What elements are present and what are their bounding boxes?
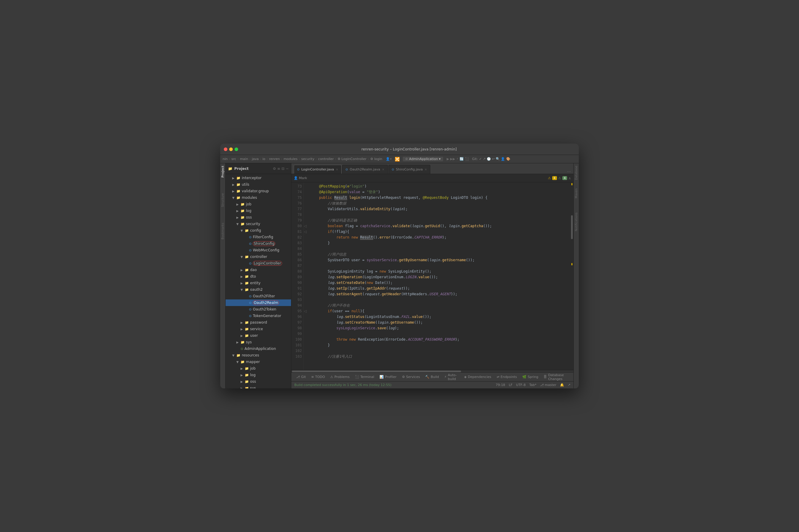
tree-oauth2realm[interactable]: ▶ ⊙ Oauth2Realm — [225, 300, 291, 306]
tree-dao[interactable]: ▶ 📁 dao — [225, 267, 291, 273]
git-branch[interactable]: ⎇ master — [540, 383, 556, 387]
info-count[interactable]: 4 — [562, 176, 567, 180]
tree-resources[interactable]: ▼ 📁 resources — [225, 352, 291, 359]
bottom-tab-build[interactable]: 🔨 Build — [423, 373, 441, 381]
breadcrumb-item[interactable]: ⚙ login — [370, 157, 382, 161]
tree-log[interactable]: ▶ 📁 log — [225, 208, 291, 214]
main-area: Project Structure Bookmarks 📁 Project ⚙ … — [220, 163, 579, 388]
bottom-tab-todo[interactable]: ≡ TODO — [309, 373, 327, 381]
code-editor[interactable]: @PostMapping(⚙"login") @ApiOperation(val… — [308, 183, 570, 370]
tree-adminapp[interactable]: ▶ ⊙ AdminApplication — [225, 345, 291, 352]
tree-job[interactable]: ▶ 📁 job — [225, 201, 291, 208]
bottom-tab-profiler[interactable]: 📊 Profiler — [377, 373, 399, 381]
tree-filterconfig[interactable]: ▶ ⊙ FilterConfig — [225, 234, 291, 240]
bookmark-icon: 👤 Mark — [294, 176, 307, 180]
close-tab-icon[interactable]: × — [336, 168, 338, 171]
notifications-tab[interactable]: Notifications — [575, 212, 578, 231]
bottom-tab-dbchanges[interactable]: 🗄 Database Changes — [541, 373, 571, 381]
bottom-tab-services[interactable]: ⚙ Services — [399, 373, 422, 381]
tree-utils[interactable]: ▶ 📁 utils — [225, 181, 291, 188]
tree-mapper-log[interactable]: ▶ 📁 log — [225, 372, 291, 378]
tree-tokengenerator[interactable]: ▶ ⊙ TokenGenerator — [225, 312, 291, 319]
more-tabs-icon[interactable]: ⋯ — [567, 169, 571, 174]
tab-shiroconfig[interactable]: ⊙ ShiroConfig.java × — [388, 165, 431, 174]
breadcrumb-item[interactable]: modules — [284, 157, 297, 161]
tree-security[interactable]: ▼ 📁 security — [225, 221, 291, 227]
tree-interceptor[interactable]: ▶ 📁 interceptor — [225, 175, 291, 181]
breadcrumb-item[interactable]: src — [231, 157, 236, 161]
database-tab[interactable]: Database — [575, 166, 578, 180]
breadcrumb-item[interactable]: controller — [318, 157, 334, 161]
vertical-scrollbar[interactable] — [570, 183, 574, 370]
scrollbar-thumb[interactable] — [571, 215, 573, 239]
breadcrumb-item[interactable]: io — [262, 157, 265, 161]
bottom-tab-endpoints[interactable]: ⇌ Endpoints — [494, 373, 519, 381]
tree-service[interactable]: ▶ 📁 service — [225, 326, 291, 332]
tab-oauth2realm[interactable]: ⊙ Oauth2Realm.java × — [342, 165, 387, 174]
tree-oauth2filter[interactable]: ▶ ⊙ Oauth2Filter — [225, 293, 291, 300]
bottom-tab-terminal[interactable]: ⬛ Terminal — [352, 373, 377, 381]
warning-count[interactable]: 4 — [552, 176, 557, 180]
bottom-tab-autobuild[interactable]: ⚡ Auto-build — [442, 373, 461, 381]
java-icon: ⊙ — [249, 235, 252, 239]
folder-icon: 📁 — [236, 176, 240, 180]
tree-webmvcconfig[interactable]: ▶ ⊙ WebMvcConfig — [225, 247, 291, 253]
line-ending[interactable]: LF — [509, 383, 512, 387]
bottom-tab-spring[interactable]: 🌿 Spring — [520, 373, 541, 381]
bottom-tab-deps[interactable]: ◈ Dependencies — [462, 373, 494, 381]
tree-user[interactable]: ▶ 📁 user — [225, 332, 291, 339]
warning-mark — [571, 183, 573, 185]
tree-mapper-job[interactable]: ▶ 📁 job — [225, 365, 291, 372]
minimize-button[interactable] — [229, 148, 233, 151]
tree-oauth2[interactable]: ▼ 📁 oauth2 — [225, 286, 291, 293]
branch-icon: ⎇ — [540, 383, 544, 387]
tree-shiroconfig[interactable]: ▶ ⊙ ShiroConfig — [225, 240, 291, 247]
folder-icon: 📁 — [240, 215, 245, 220]
indent[interactable]: Tab* — [529, 383, 537, 387]
tree-entity[interactable]: ▶ 📁 entity — [225, 280, 291, 286]
code-line-99 — [310, 331, 570, 337]
hide-icon[interactable]: − — [286, 167, 289, 171]
bookmarks-tab[interactable]: Bookmarks — [221, 223, 224, 240]
layout-icon[interactable]: ≡ — [277, 167, 280, 171]
close-tab-icon[interactable]: × — [424, 168, 427, 171]
project-tab[interactable]: Project — [221, 166, 224, 178]
breadcrumb-item[interactable]: renren — [269, 157, 280, 161]
tree-validator[interactable]: ▶ 📁 validator.group — [225, 188, 291, 194]
tree-dto[interactable]: ▶ 📁 dto — [225, 273, 291, 280]
tree-mapper-oss[interactable]: ▶ 📁 oss — [225, 378, 291, 385]
close-tab-icon[interactable]: × — [382, 168, 384, 171]
folder-icon: 📁 — [236, 183, 240, 187]
tree-sys[interactable]: ▶ 📁 sys — [225, 339, 291, 345]
tree-controller[interactable]: ▼ 📁 controller — [225, 253, 291, 260]
tree-oss[interactable]: ▶ 📁 oss — [225, 214, 291, 221]
folder-icon: 📁 — [236, 196, 240, 200]
tree-mapper[interactable]: ▼ 📁 mapper — [225, 359, 291, 365]
breadcrumb-item[interactable]: nin — [223, 157, 228, 161]
tree-config[interactable]: ▼ 📁 config — [225, 227, 291, 234]
tree-password[interactable]: ▶ 📁 password — [225, 319, 291, 326]
tab-logincontroller[interactable]: ⊙ LoginController.java × — [294, 165, 342, 174]
tree-logincontroller[interactable]: ▶ ⊙ LoginController — [225, 260, 291, 267]
maven-tab[interactable]: Maven — [575, 188, 578, 198]
tree-oauth2token[interactable]: ▶ ⊙ Oauth2Token — [225, 306, 291, 312]
structure-tab[interactable]: Structure — [221, 193, 224, 207]
gear-icon[interactable]: ⚙ — [273, 167, 276, 171]
close-button[interactable] — [224, 148, 228, 151]
tree-mapper-sys[interactable]: ▶ 📁 sys — [225, 385, 291, 388]
collapse-icon[interactable]: ⊟ — [282, 167, 285, 171]
charset[interactable]: UTF-8 — [516, 383, 526, 387]
bottom-tab-git[interactable]: ⎇ Git — [294, 373, 308, 381]
folder-icon: 📁 — [245, 321, 249, 324]
tree-modules[interactable]: ▼ 📁 modules — [225, 194, 291, 201]
bottom-tab-problems[interactable]: ⚠ Problems — [328, 373, 352, 381]
expand-icon[interactable]: ∧ — [568, 176, 571, 180]
breadcrumb-item[interactable]: security — [301, 157, 314, 161]
horizontal-scrollbar[interactable] — [291, 370, 574, 372]
folder-icon: 📁 — [245, 268, 249, 272]
maximize-button[interactable] — [235, 148, 238, 151]
java-icon: ⊙ — [249, 294, 252, 298]
breadcrumb-item[interactable]: ⚙ LoginController — [337, 157, 366, 161]
breadcrumb-item[interactable]: main — [240, 157, 248, 161]
breadcrumb-item[interactable]: java — [252, 157, 259, 161]
